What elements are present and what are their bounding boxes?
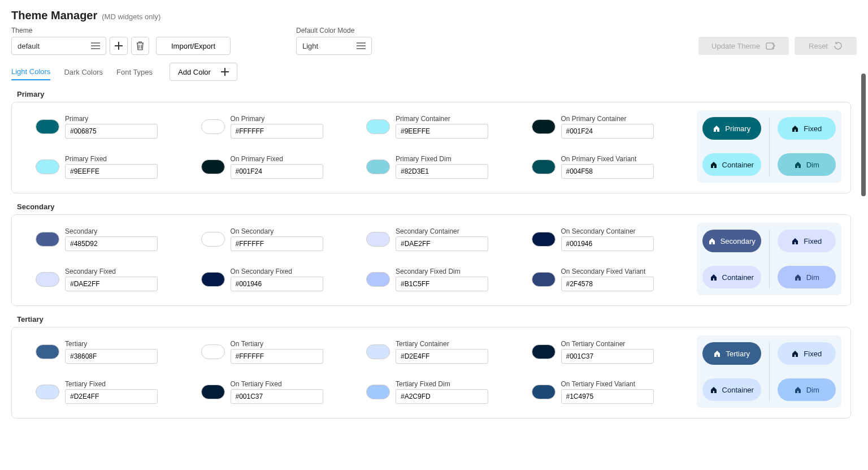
- color-label: Tertiary Fixed Dim: [396, 380, 520, 388]
- color-item: Tertiary Fixed Dim: [366, 376, 520, 408]
- color-item: On Primary Fixed: [201, 150, 355, 183]
- update-theme-button[interactable]: Update Theme: [698, 37, 789, 55]
- scrollbar-thumb[interactable]: [861, 74, 866, 196]
- color-input[interactable]: [65, 236, 158, 251]
- color-input[interactable]: [396, 164, 488, 179]
- color-swatch[interactable]: [36, 232, 59, 247]
- color-input[interactable]: [561, 277, 654, 291]
- tab-font-types[interactable]: Font Types: [116, 64, 153, 80]
- color-label: Secondary Fixed Dim: [396, 268, 520, 275]
- color-swatch[interactable]: [201, 119, 225, 134]
- color-swatch[interactable]: [366, 159, 390, 174]
- color-swatch[interactable]: [532, 159, 555, 174]
- color-input[interactable]: [396, 124, 488, 139]
- preview-panel: TertiaryContainerFixedDim: [697, 335, 841, 408]
- color-swatch[interactable]: [201, 385, 225, 399]
- color-swatch[interactable]: [532, 119, 555, 134]
- color-label: On Primary Container: [561, 115, 686, 123]
- color-swatch[interactable]: [366, 272, 390, 287]
- import-export-button[interactable]: Import/Export: [156, 37, 231, 55]
- color-label: On Secondary: [231, 227, 355, 235]
- color-input[interactable]: [561, 164, 654, 179]
- color-input[interactable]: [561, 236, 654, 251]
- color-swatch[interactable]: [36, 119, 59, 134]
- color-item: On Secondary Fixed: [201, 263, 355, 295]
- color-input[interactable]: [231, 349, 323, 364]
- color-swatch[interactable]: [36, 159, 59, 174]
- tab-light-colors[interactable]: Light Colors: [11, 64, 50, 80]
- color-swatch[interactable]: [201, 159, 225, 174]
- preview-chip-label: Fixed: [804, 350, 822, 358]
- color-label: On Primary Fixed Variant: [561, 155, 686, 163]
- scrollbar[interactable]: [861, 74, 866, 437]
- color-swatch[interactable]: [532, 385, 555, 399]
- color-mode-select[interactable]: Light: [296, 37, 372, 55]
- update-theme-label: Update Theme: [711, 42, 760, 50]
- preview-chip-label: Secondary: [721, 237, 756, 245]
- color-input[interactable]: [65, 277, 158, 291]
- color-input[interactable]: [231, 124, 323, 139]
- preview-chip-label: Dim: [806, 386, 819, 394]
- color-swatch[interactable]: [201, 272, 225, 287]
- color-item: Primary Fixed Dim: [366, 150, 520, 183]
- color-input[interactable]: [231, 164, 323, 179]
- color-label: On Primary: [231, 115, 355, 123]
- color-item: On Tertiary: [201, 335, 355, 368]
- add-color-button[interactable]: Add Color: [170, 63, 237, 81]
- color-label: On Tertiary Fixed Variant: [561, 380, 686, 388]
- color-input[interactable]: [65, 164, 158, 179]
- color-input[interactable]: [231, 277, 323, 291]
- color-label: Primary Container: [396, 115, 520, 123]
- color-swatch[interactable]: [366, 232, 390, 247]
- color-swatch[interactable]: [366, 385, 390, 399]
- color-swatch[interactable]: [36, 385, 59, 399]
- color-input[interactable]: [231, 389, 323, 404]
- preview-divider: [769, 117, 770, 176]
- color-label: On Tertiary Fixed: [231, 380, 355, 388]
- color-input[interactable]: [396, 277, 488, 291]
- color-swatch[interactable]: [366, 119, 390, 134]
- color-swatch[interactable]: [201, 344, 225, 359]
- color-input[interactable]: [396, 236, 488, 251]
- preview-chip: Primary: [702, 117, 761, 140]
- color-item: Secondary Container: [366, 223, 520, 255]
- delete-theme-button[interactable]: [131, 37, 149, 55]
- preview-chip-label: Fixed: [804, 237, 822, 245]
- color-input[interactable]: [396, 349, 488, 364]
- color-input[interactable]: [561, 349, 654, 364]
- color-label: On Secondary Container: [561, 227, 686, 235]
- color-input[interactable]: [65, 124, 158, 139]
- home-icon: [713, 124, 721, 132]
- tab-dark-colors[interactable]: Dark Colors: [64, 64, 103, 80]
- preview-chip-label: Container: [722, 273, 754, 282]
- plus-icon: [115, 42, 123, 50]
- color-swatch[interactable]: [201, 232, 225, 247]
- color-input[interactable]: [231, 236, 323, 251]
- preview-chip-label: Container: [722, 161, 754, 169]
- color-label: Secondary: [65, 227, 190, 235]
- theme-value: default: [18, 42, 40, 50]
- color-input[interactable]: [396, 389, 488, 404]
- color-input[interactable]: [65, 389, 158, 404]
- color-input[interactable]: [65, 349, 158, 364]
- reset-button[interactable]: Reset: [795, 37, 857, 55]
- color-swatch[interactable]: [532, 272, 555, 287]
- color-swatch[interactable]: [366, 344, 390, 359]
- home-icon: [710, 273, 718, 281]
- color-item: On Primary Container: [532, 110, 686, 143]
- color-swatch[interactable]: [532, 344, 555, 359]
- color-item: Primary Container: [366, 110, 520, 143]
- color-swatch[interactable]: [36, 272, 59, 287]
- preview-chip: Dim: [778, 266, 836, 288]
- color-item: Secondary Fixed: [36, 263, 190, 295]
- color-swatch[interactable]: [532, 232, 555, 247]
- home-icon: [713, 350, 721, 357]
- page-subtitle: (MD widgets only): [102, 12, 160, 21]
- theme-select[interactable]: default: [11, 37, 106, 55]
- palette-icon: [766, 41, 776, 50]
- color-input[interactable]: [561, 124, 654, 139]
- page-title: Theme Manager: [11, 9, 97, 22]
- color-swatch[interactable]: [36, 344, 59, 359]
- color-input[interactable]: [561, 389, 654, 404]
- add-theme-button[interactable]: [110, 37, 128, 55]
